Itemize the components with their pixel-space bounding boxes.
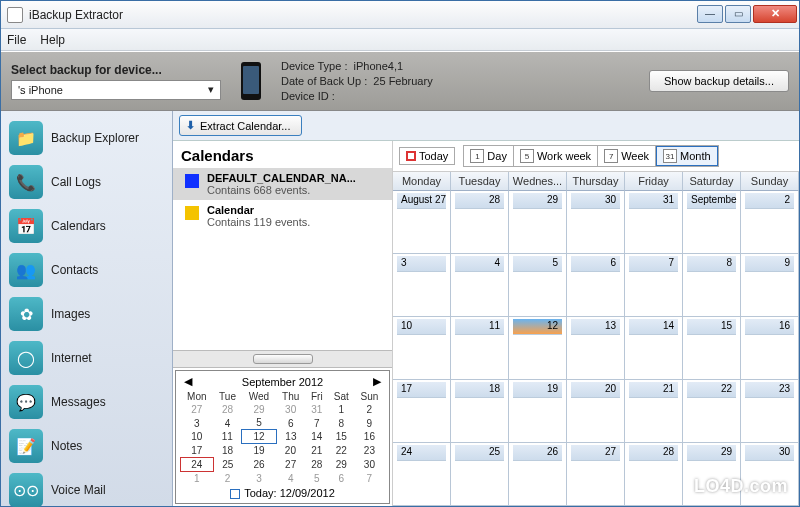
month-cell[interactable]: 15 <box>683 317 741 379</box>
mini-cal-day[interactable]: 12 <box>242 430 276 444</box>
mini-cal-day[interactable]: 20 <box>276 444 305 458</box>
mini-cal-day[interactable]: 17 <box>181 444 214 458</box>
mini-cal-day[interactable]: 30 <box>276 403 305 416</box>
mini-cal-day[interactable]: 2 <box>213 471 242 485</box>
month-cell[interactable]: 28 <box>625 443 683 505</box>
month-cell[interactable]: 23 <box>741 380 799 442</box>
mini-cal-day[interactable]: 16 <box>354 430 384 444</box>
mini-cal-day[interactable]: 31 <box>305 403 328 416</box>
maximize-button[interactable]: ▭ <box>725 5 751 23</box>
month-cell[interactable]: 25 <box>451 443 509 505</box>
month-cell[interactable]: 10 <box>393 317 451 379</box>
mini-cal-day[interactable]: 29 <box>328 457 354 471</box>
month-cell[interactable]: 12 <box>509 317 567 379</box>
mini-cal-day[interactable]: 5 <box>305 471 328 485</box>
menu-help[interactable]: Help <box>40 33 65 47</box>
sidebar-item-backup-explorer[interactable]: 📁Backup Explorer <box>7 119 166 157</box>
month-cell[interactable]: 18 <box>451 380 509 442</box>
sidebar-item-images[interactable]: ✿Images <box>7 295 166 333</box>
minimize-button[interactable]: — <box>697 5 723 23</box>
month-cell[interactable]: 2 <box>741 191 799 253</box>
month-cell[interactable]: 13 <box>567 317 625 379</box>
view-week-button[interactable]: 7Week <box>598 146 656 166</box>
mini-cal-day[interactable]: 26 <box>242 457 276 471</box>
mini-cal-day[interactable]: 5 <box>242 416 276 430</box>
mini-cal-day[interactable]: 28 <box>305 457 328 471</box>
mini-cal-day[interactable]: 4 <box>276 471 305 485</box>
mini-cal-day[interactable]: 13 <box>276 430 305 444</box>
close-button[interactable]: ✕ <box>753 5 797 23</box>
next-month-button[interactable]: ▶ <box>373 375 381 388</box>
mini-cal-day[interactable]: 1 <box>328 403 354 416</box>
month-cell[interactable]: 28 <box>451 191 509 253</box>
month-cell[interactable]: 16 <box>741 317 799 379</box>
mini-cal-day[interactable]: 9 <box>354 416 384 430</box>
view-workweek-button[interactable]: 5Work week <box>514 146 598 166</box>
horizontal-scrollbar[interactable] <box>173 350 392 368</box>
month-cell[interactable]: 11 <box>451 317 509 379</box>
mini-cal-day[interactable]: 7 <box>354 471 384 485</box>
mini-cal-day[interactable]: 7 <box>305 416 328 430</box>
show-backup-details-button[interactable]: Show backup details... <box>649 70 789 92</box>
month-cell[interactable]: 9 <box>741 254 799 316</box>
month-cell[interactable]: 24 <box>393 443 451 505</box>
mini-cal-day[interactable]: 29 <box>242 403 276 416</box>
sidebar-item-contacts[interactable]: 👥Contacts <box>7 251 166 289</box>
month-cell[interactable]: 3 <box>393 254 451 316</box>
scroll-thumb[interactable] <box>253 354 313 364</box>
sidebar-item-internet[interactable]: ◯Internet <box>7 339 166 377</box>
sidebar-item-messages[interactable]: 💬Messages <box>7 383 166 421</box>
mini-cal-day[interactable]: 28 <box>213 403 242 416</box>
sidebar-item-notes[interactable]: 📝Notes <box>7 427 166 465</box>
mini-cal-day[interactable]: 6 <box>276 416 305 430</box>
month-cell[interactable]: 30 <box>567 191 625 253</box>
mini-cal-day[interactable]: 11 <box>213 430 242 444</box>
prev-month-button[interactable]: ◀ <box>184 375 192 388</box>
mini-cal-day[interactable]: 18 <box>213 444 242 458</box>
sidebar-item-calendars[interactable]: 📅Calendars <box>7 207 166 245</box>
mini-cal-day[interactable]: 19 <box>242 444 276 458</box>
month-cell[interactable]: 29 <box>509 191 567 253</box>
mini-cal-day[interactable]: 2 <box>354 403 384 416</box>
month-cell[interactable]: 19 <box>509 380 567 442</box>
mini-cal-day[interactable]: 14 <box>305 430 328 444</box>
mini-cal-day[interactable]: 21 <box>305 444 328 458</box>
menu-file[interactable]: File <box>7 33 26 47</box>
view-day-button[interactable]: 1Day <box>464 146 514 166</box>
mini-cal-day[interactable]: 25 <box>213 457 242 471</box>
device-combobox[interactable]: 's iPhone ▾ <box>11 80 221 100</box>
month-cell[interactable]: 21 <box>625 380 683 442</box>
calendar-list-item[interactable]: DEFAULT_CALENDAR_NA...Contains 668 event… <box>173 168 392 200</box>
month-cell[interactable]: 20 <box>567 380 625 442</box>
mini-cal-day[interactable]: 3 <box>242 471 276 485</box>
mini-cal-day[interactable]: 23 <box>354 444 384 458</box>
mini-cal-day[interactable]: 15 <box>328 430 354 444</box>
month-cell[interactable]: 7 <box>625 254 683 316</box>
mini-cal-day[interactable]: 1 <box>181 471 214 485</box>
mini-cal-day[interactable]: 24 <box>181 457 214 471</box>
month-cell[interactable]: 26 <box>509 443 567 505</box>
mini-cal-day[interactable]: 8 <box>328 416 354 430</box>
mini-cal-day[interactable]: 27 <box>276 457 305 471</box>
month-cell[interactable]: 17 <box>393 380 451 442</box>
sidebar-item-call-logs[interactable]: 📞Call Logs <box>7 163 166 201</box>
month-cell[interactable]: 4 <box>451 254 509 316</box>
month-cell[interactable]: August 27 <box>393 191 451 253</box>
month-cell[interactable]: 5 <box>509 254 567 316</box>
calendar-list-item[interactable]: CalendarContains 119 events. <box>173 200 392 232</box>
month-cell[interactable]: 14 <box>625 317 683 379</box>
month-cell[interactable]: 27 <box>567 443 625 505</box>
month-cell[interactable]: Septembe <box>683 191 741 253</box>
extract-calendar-button[interactable]: ⬇ Extract Calendar... <box>179 115 302 136</box>
mini-cal-day[interactable]: 27 <box>181 403 214 416</box>
today-button[interactable]: Today <box>399 147 455 165</box>
month-cell[interactable]: 31 <box>625 191 683 253</box>
mini-cal-day[interactable]: 4 <box>213 416 242 430</box>
month-cell[interactable]: 6 <box>567 254 625 316</box>
mini-cal-day[interactable]: 10 <box>181 430 214 444</box>
month-cell[interactable]: 8 <box>683 254 741 316</box>
mini-cal-day[interactable]: 30 <box>354 457 384 471</box>
mini-cal-day[interactable]: 6 <box>328 471 354 485</box>
month-cell[interactable]: 22 <box>683 380 741 442</box>
mini-cal-day[interactable]: 22 <box>328 444 354 458</box>
